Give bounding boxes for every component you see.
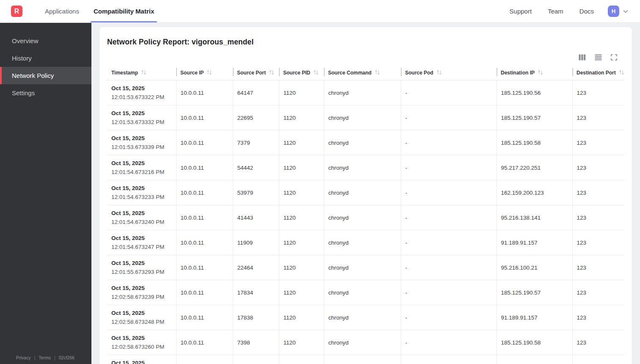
timestamp-date: Oct 15, 2025 bbox=[111, 259, 173, 267]
sidebar-item-network-policy[interactable]: Network Policy bbox=[0, 67, 91, 84]
cell-timestamp: Oct 15, 202512:02:58.673267 PM bbox=[107, 355, 176, 364]
cell-source-pid: 1120 bbox=[279, 355, 324, 364]
sidebar-item-history[interactable]: History bbox=[0, 50, 91, 67]
footer-link-02cf266[interactable]: 02cf266 bbox=[59, 355, 74, 360]
cell-source-port: 17838 bbox=[233, 305, 279, 330]
cell-source-command: chronyd bbox=[324, 280, 401, 305]
sort-icon[interactable] bbox=[141, 70, 146, 76]
cell-source-pid: 1120 bbox=[279, 280, 324, 305]
column-label: Destination Port bbox=[577, 70, 616, 76]
sort-icon[interactable] bbox=[313, 70, 319, 76]
sort-icon[interactable] bbox=[269, 70, 274, 76]
cell-source-pid: 1120 bbox=[279, 305, 324, 330]
table-row[interactable]: Oct 15, 202512:02:58.673248 PM10.0.0.111… bbox=[107, 305, 624, 330]
cell-source-port: 28071 bbox=[233, 355, 279, 364]
cell-destination-ip: 185.125.190.56 bbox=[497, 80, 572, 105]
cell-destination-port: 123 bbox=[572, 80, 624, 105]
timestamp-date: Oct 15, 2025 bbox=[111, 109, 173, 118]
cell-destination-ip: 185.125.190.57 bbox=[497, 280, 572, 305]
cell-destination-port: 123 bbox=[572, 230, 624, 255]
cell-source-port: 22695 bbox=[233, 105, 279, 130]
cell-source-ip: 10.0.0.11 bbox=[176, 130, 233, 155]
nav-tab-applications[interactable]: Applications bbox=[45, 0, 79, 22]
timestamp-date: Oct 15, 2025 bbox=[111, 309, 173, 317]
sort-icon[interactable] bbox=[375, 70, 380, 76]
cell-timestamp: Oct 15, 202512:02:58.673248 PM bbox=[107, 305, 176, 330]
table-row[interactable]: Oct 15, 202512:01:54.673247 PM10.0.0.111… bbox=[107, 230, 624, 255]
timestamp-date: Oct 15, 2025 bbox=[111, 159, 173, 168]
table-row[interactable]: Oct 15, 202512:01:54.673233 PM10.0.0.115… bbox=[107, 180, 624, 205]
sort-icon[interactable] bbox=[619, 70, 624, 76]
cell-destination-port: 123 bbox=[572, 330, 624, 355]
cell-source-ip: 10.0.0.11 bbox=[176, 355, 233, 364]
nav-tab-compatibility-matrix[interactable]: Compatibility Matrix bbox=[94, 0, 154, 22]
cell-source-pod: - bbox=[401, 230, 497, 255]
sidebar-menu: OverviewHistoryNetwork PolicySettings bbox=[0, 23, 91, 102]
fullscreen-icon[interactable] bbox=[611, 54, 617, 61]
cell-source-command: chronyd bbox=[324, 230, 401, 255]
cell-destination-ip: 185.125.190.56 bbox=[497, 355, 572, 364]
cell-destination-ip: 95.217.220.251 bbox=[497, 155, 572, 180]
nav-link-docs[interactable]: Docs bbox=[579, 8, 594, 15]
footer-link-terms[interactable]: Terms bbox=[39, 355, 51, 360]
chevron-down-icon[interactable] bbox=[622, 8, 629, 15]
sort-icon[interactable] bbox=[207, 70, 212, 76]
cell-source-pod: - bbox=[401, 255, 497, 280]
timestamp-time: 12:01:54.673216 PM bbox=[111, 168, 173, 176]
table-row[interactable]: Oct 15, 202512:01:53.673322 PM10.0.0.116… bbox=[107, 80, 624, 105]
timestamp-date: Oct 15, 2025 bbox=[111, 84, 173, 93]
cell-source-pod: - bbox=[401, 180, 497, 205]
footer-link-privacy[interactable]: Privacy bbox=[16, 355, 30, 360]
cell-timestamp: Oct 15, 202512:01:54.673247 PM bbox=[107, 230, 176, 255]
column-header-source-ip[interactable]: Source IP bbox=[176, 68, 233, 80]
cell-source-command: chronyd bbox=[324, 130, 401, 155]
cell-destination-port: 123 bbox=[572, 180, 624, 205]
sort-icon[interactable] bbox=[436, 70, 442, 76]
cell-timestamp: Oct 15, 202512:02:58.673260 PM bbox=[107, 330, 176, 355]
table-row[interactable]: Oct 15, 202512:01:54.673240 PM10.0.0.114… bbox=[107, 205, 624, 230]
column-label: Source IP bbox=[180, 70, 204, 76]
cell-source-ip: 10.0.0.11 bbox=[176, 255, 233, 280]
table-row[interactable]: Oct 15, 202512:01:53.673339 PM10.0.0.117… bbox=[107, 130, 624, 155]
column-header-source-command[interactable]: Source Command bbox=[324, 68, 401, 80]
cell-destination-ip: 162.159.200.123 bbox=[497, 180, 572, 205]
column-header-destination-ip[interactable]: Destination IP bbox=[497, 68, 572, 80]
cell-source-pod: - bbox=[401, 105, 497, 130]
table-row[interactable]: Oct 15, 202512:01:54.673216 PM10.0.0.115… bbox=[107, 155, 624, 180]
cell-destination-port: 123 bbox=[572, 130, 624, 155]
sidebar-item-settings[interactable]: Settings bbox=[0, 84, 91, 102]
report-card: Network Policy Report: vigorous_mendel bbox=[99, 27, 632, 364]
cell-destination-port: 123 bbox=[572, 305, 624, 330]
cell-source-pid: 1120 bbox=[279, 230, 324, 255]
cell-destination-ip: 91.189.91.157 bbox=[497, 305, 572, 330]
main-content: Network Policy Report: vigorous_mendel bbox=[91, 23, 640, 364]
table-row[interactable]: Oct 15, 202512:02:58.673267 PM10.0.0.112… bbox=[107, 355, 624, 364]
table-row[interactable]: Oct 15, 202512:01:53.673332 PM10.0.0.112… bbox=[107, 105, 624, 130]
column-header-source-port[interactable]: Source Port bbox=[233, 68, 279, 80]
timestamp-date: Oct 15, 2025 bbox=[111, 209, 173, 218]
app-logo[interactable]: R bbox=[11, 6, 22, 17]
timestamp-time: 12:01:55.673293 PM bbox=[111, 267, 173, 276]
column-header-timestamp[interactable]: Timestamp bbox=[107, 68, 176, 80]
nav-link-support[interactable]: Support bbox=[510, 8, 532, 15]
cell-source-command: chronyd bbox=[324, 355, 401, 364]
table-row[interactable]: Oct 15, 202512:02:58.673239 PM10.0.0.111… bbox=[107, 280, 624, 305]
column-header-destination-port[interactable]: Destination Port bbox=[572, 68, 624, 80]
columns-view-icon[interactable] bbox=[579, 54, 586, 61]
column-label: Source PID bbox=[283, 70, 310, 76]
cell-source-command: chronyd bbox=[324, 180, 401, 205]
cell-source-pod: - bbox=[401, 155, 497, 180]
column-header-source-pid[interactable]: Source PID bbox=[279, 68, 324, 80]
sort-icon[interactable] bbox=[538, 70, 543, 76]
table-row[interactable]: Oct 15, 202512:01:55.673293 PM10.0.0.112… bbox=[107, 255, 624, 280]
cell-destination-port: 123 bbox=[572, 105, 624, 130]
nav-link-team[interactable]: Team bbox=[548, 8, 563, 15]
cell-timestamp: Oct 15, 202512:02:58.673239 PM bbox=[107, 280, 176, 305]
column-header-source-pod[interactable]: Source Pod bbox=[401, 68, 497, 80]
timestamp-time: 12:01:53.673322 PM bbox=[111, 93, 173, 102]
sidebar-item-overview[interactable]: Overview bbox=[0, 32, 91, 50]
table-row[interactable]: Oct 15, 202512:02:58.673260 PM10.0.0.117… bbox=[107, 330, 624, 355]
avatar[interactable]: H bbox=[608, 6, 619, 17]
list-view-icon[interactable] bbox=[595, 54, 602, 61]
cell-destination-ip: 91.189.91.157 bbox=[497, 230, 572, 255]
